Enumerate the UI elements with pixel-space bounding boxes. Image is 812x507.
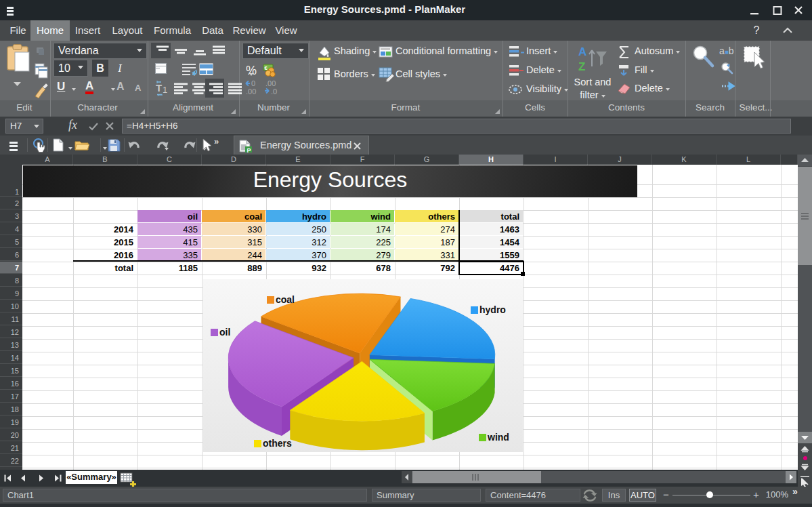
svg-text:.00: .00 [246, 87, 256, 96]
svg-text:1: 1 [163, 85, 167, 95]
svg-text:T: T [156, 82, 162, 94]
svg-text:P: P [247, 147, 251, 153]
svg-text:A: A [578, 45, 586, 58]
svg-text:.0: .0 [271, 87, 277, 96]
svg-text:0: 0 [251, 80, 255, 87]
svg-text:Z: Z [578, 60, 585, 73]
svg-text:.00: .00 [265, 80, 276, 87]
